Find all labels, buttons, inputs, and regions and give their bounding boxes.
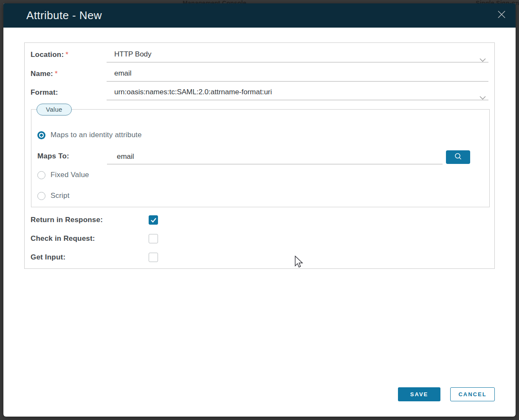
location-select[interactable]: HTTP Body — [107, 47, 488, 62]
maps-to-label: Maps To: — [37, 152, 69, 161]
cancel-button[interactable]: CANCEL — [450, 387, 495, 401]
radio-script[interactable] — [37, 192, 45, 200]
check-icon — [150, 217, 157, 223]
radio-label: Script — [51, 192, 70, 200]
maps-to-value: email — [117, 152, 134, 161]
save-button[interactable]: SAVE — [398, 387, 440, 401]
search-icon — [454, 152, 463, 163]
check-in-request-label: Check in Request: — [31, 234, 95, 243]
location-row: Location:* HTTP Body — [25, 47, 488, 62]
attribute-form: Location:* HTTP Body Name:* email Format… — [24, 42, 495, 269]
name-input[interactable]: email — [107, 66, 488, 82]
check-in-request-checkbox[interactable] — [149, 234, 158, 243]
value-tab: Value — [37, 104, 72, 116]
get-input-checkbox[interactable] — [149, 253, 158, 262]
location-value: HTTP Body — [114, 50, 152, 58]
dialog-header: Attribute - New — [3, 3, 516, 28]
close-button[interactable] — [497, 11, 506, 20]
return-in-response-label: Return in Response: — [31, 215, 103, 225]
location-label: Location:* — [25, 47, 107, 62]
chevron-down-icon — [480, 90, 486, 105]
name-label: Name:* — [25, 66, 107, 82]
required-asterisk: * — [55, 70, 58, 78]
get-input-label: Get Input: — [31, 253, 65, 262]
attribute-new-dialog: Attribute - New Location:* HTTP Body — [3, 3, 516, 417]
format-row: Format: urn:oasis:names:tc:SAML:2.0:attr… — [25, 85, 488, 100]
radio-row-fixed-value[interactable]: Fixed Value — [37, 171, 89, 179]
value-section: Value Maps to an identity attribute Maps… — [31, 109, 490, 207]
return-in-response-checkbox[interactable] — [149, 215, 158, 225]
name-row: Name:* email — [25, 66, 488, 82]
radio-row-script[interactable]: Script — [37, 192, 70, 200]
screen: Management Console Single Sign-on Server… — [0, 0, 519, 420]
format-select[interactable]: urn:oasis:names:tc:SAML:2.0:attrname-for… — [107, 85, 488, 100]
dialog-title: Attribute - New — [26, 9, 102, 22]
radio-fixed-value[interactable] — [37, 171, 45, 179]
radio-row-maps-to-identity[interactable]: Maps to an identity attribute — [37, 131, 142, 139]
radio-maps-to-identity[interactable] — [37, 131, 45, 139]
format-value: urn:oasis:names:tc:SAML:2.0:attrname-for… — [114, 88, 272, 96]
radio-label: Fixed Value — [51, 171, 89, 179]
required-asterisk: * — [65, 51, 68, 59]
format-label: Format: — [25, 85, 107, 100]
close-icon — [497, 10, 506, 20]
radio-label: Maps to an identity attribute — [51, 131, 142, 139]
name-value: email — [114, 69, 132, 77]
maps-to-search-button[interactable] — [446, 150, 470, 164]
chevron-down-icon — [480, 53, 486, 67]
maps-to-input[interactable]: email — [107, 150, 443, 164]
